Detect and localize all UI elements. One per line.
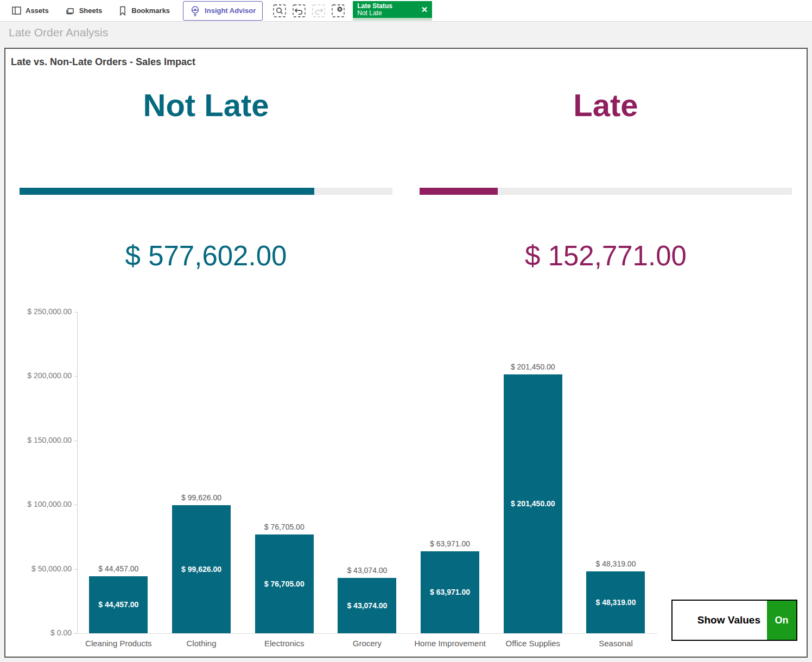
kpi-late-progress-track: [420, 188, 792, 195]
search-selections-button[interactable]: [270, 2, 289, 20]
category-label-grocery[interactable]: Grocery: [326, 639, 409, 648]
y-tick-label: $ 250,000.00: [7, 307, 72, 316]
bar-clothing[interactable]: $ 99,626.00: [172, 505, 231, 633]
category-label-clothing[interactable]: Clothing: [160, 639, 243, 648]
category-label-seasonal[interactable]: Seasonal: [574, 639, 657, 648]
bar-seasonal[interactable]: $ 48,319.00: [586, 571, 645, 633]
bar-slot: $ 99,626.00$ 99,626.00: [160, 312, 243, 633]
assets-panel-icon: [12, 6, 21, 15]
value-label-inside: $ 63,971.00: [430, 588, 470, 596]
sheets-button[interactable]: Sheets: [59, 1, 109, 21]
bar-home-improvement[interactable]: $ 63,971.00: [421, 551, 479, 633]
y-tick-label: $ 200,000.00: [7, 371, 72, 380]
insight-advisor-label: Insight Advisor: [205, 7, 256, 15]
assets-button[interactable]: Assets: [5, 1, 55, 21]
selection-ratio-track: [353, 18, 432, 21]
sheets-label: Sheets: [79, 7, 103, 15]
y-tick-label: $ 0.00: [7, 628, 72, 637]
selection-chip-field: Late Status: [357, 2, 428, 10]
kpi-not-late: Not Late $ 577,602.00: [20, 49, 392, 304]
insight-advisor-icon: [190, 5, 200, 16]
x-axis-line: [77, 633, 657, 634]
show-values-button[interactable]: Show Values On: [671, 600, 797, 641]
bookmarks-button[interactable]: Bookmarks: [112, 1, 176, 21]
step-forward-button[interactable]: [309, 2, 328, 20]
top-toolbar: Assets Sheets Bookmarks Insight Advisor: [0, 0, 812, 22]
chart-panel: Late vs. Non-Late Orders - Sales Impact …: [4, 48, 808, 658]
show-values-label: Show Values: [673, 601, 767, 640]
x-axis-labels: Cleaning ProductsClothingElectronicsGroc…: [77, 639, 657, 648]
insight-advisor-button[interactable]: Insight Advisor: [183, 1, 263, 21]
kpi-not-late-progress-track: [20, 188, 392, 195]
y-tick-label: $ 50,000.00: [7, 564, 72, 573]
bookmark-icon: [118, 6, 127, 16]
value-label-inside: $ 76,705.00: [264, 580, 304, 588]
close-icon[interactable]: ✕: [421, 5, 428, 14]
value-label-above: $ 63,971.00: [430, 539, 470, 548]
bar-slot: $ 63,971.00$ 63,971.00: [409, 312, 492, 633]
bar-slot: $ 43,074.00$ 43,074.00: [326, 312, 409, 633]
bar-slot: $ 48,319.00$ 48,319.00: [574, 312, 657, 633]
value-label-above: $ 76,705.00: [264, 523, 304, 531]
bar-grocery[interactable]: $ 43,074.00: [338, 578, 396, 633]
y-tick-label: $ 150,000.00: [7, 436, 72, 444]
value-label-inside: $ 48,319.00: [595, 598, 636, 607]
value-label-above: $ 99,626.00: [181, 493, 221, 502]
category-label-electronics[interactable]: Electronics: [243, 639, 326, 648]
value-label-inside: $ 201,450.00: [511, 499, 555, 508]
bar-office-supplies[interactable]: $ 201,450.00: [504, 374, 562, 633]
kpi-late-progress-fill: [420, 188, 498, 195]
value-label-inside: $ 44,457.00: [98, 600, 138, 609]
value-label-above: $ 48,319.00: [595, 559, 636, 568]
bookmarks-label: Bookmarks: [131, 7, 170, 15]
sheets-icon: [65, 6, 75, 15]
y-tick-label: $ 100,000.00: [7, 500, 72, 508]
selection-chip-value: Not Late: [357, 10, 428, 17]
bar-electronics[interactable]: $ 76,705.00: [255, 534, 314, 633]
bar-slot: $ 44,457.00$ 44,457.00: [77, 312, 160, 633]
selection-tools: [270, 2, 347, 20]
value-label-inside: $ 99,626.00: [181, 565, 221, 574]
kpi-late: Late $ 152,771.00: [420, 49, 792, 304]
value-label-above: $ 44,457.00: [98, 564, 138, 573]
value-label-inside: $ 43,074.00: [347, 601, 387, 610]
bar-cleaning-products[interactable]: $ 44,457.00: [89, 576, 148, 633]
bar-slot: $ 201,450.00$ 201,450.00: [491, 312, 574, 633]
step-back-button[interactable]: [290, 2, 308, 20]
bar-slot: $ 76,705.00$ 76,705.00: [243, 312, 326, 633]
kpi-not-late-title: Not Late: [20, 87, 392, 123]
kpi-not-late-value: $ 577,602.00: [20, 240, 392, 272]
clear-selections-button[interactable]: [329, 2, 347, 20]
kpi-late-title: Late: [420, 87, 792, 123]
sheet-title: Late Order Analysis: [9, 26, 108, 39]
category-label-cleaning-products[interactable]: Cleaning Products: [77, 639, 160, 648]
bar-plot: $ 44,457.00$ 44,457.00$ 99,626.00$ 99,62…: [77, 312, 657, 633]
value-label-above: $ 201,450.00: [511, 362, 555, 371]
category-label-home-improvement[interactable]: Home Improvement: [409, 639, 492, 648]
category-label-office-supplies[interactable]: Office Supplies: [491, 639, 574, 648]
selection-chip-late-status[interactable]: Late Status Not Late ✕: [353, 1, 432, 21]
y-tick-mark: [74, 633, 77, 634]
kpi-late-value: $ 152,771.00: [420, 240, 792, 272]
kpi-not-late-progress-fill: [20, 188, 314, 195]
value-label-above: $ 43,074.00: [347, 566, 387, 575]
show-values-state-on: On: [767, 601, 796, 640]
assets-label: Assets: [26, 7, 49, 15]
